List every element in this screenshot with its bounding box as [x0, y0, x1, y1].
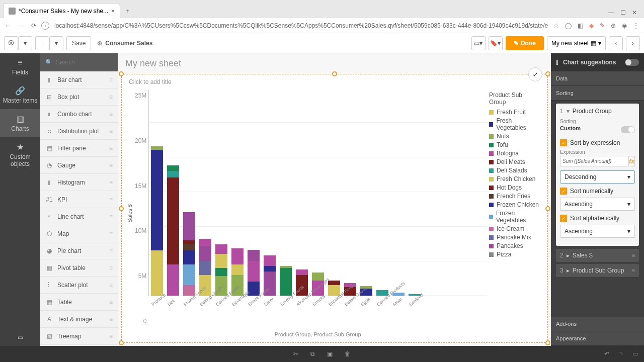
profile-icon[interactable]: ◉: [622, 22, 627, 29]
resize-handle[interactable]: [545, 71, 550, 76]
device-preview-button[interactable]: ▭▾: [471, 36, 486, 50]
legend-item[interactable]: Frozen Chicken: [489, 201, 540, 208]
star-icon[interactable]: ☆: [553, 22, 559, 29]
selections-caret[interactable]: ▾: [49, 36, 63, 50]
sort-alphabetically-row[interactable]: ✓Sort alphabetically: [560, 215, 635, 222]
done-button[interactable]: ✎ Done: [506, 36, 544, 50]
menu-icon[interactable]: ⋮: [633, 22, 639, 29]
asset-item[interactable]: ⠇Scatter plot≡: [40, 277, 118, 294]
resize-handle[interactable]: [119, 71, 124, 76]
legend-item[interactable]: Frozen Vegetables: [489, 210, 540, 224]
paste-icon[interactable]: ▣: [327, 350, 333, 357]
section-sorting[interactable]: Sorting: [551, 86, 644, 101]
bar[interactable]: [280, 266, 292, 296]
minimize-icon[interactable]: —: [608, 9, 614, 16]
section-addons[interactable]: Add-ons: [551, 317, 644, 331]
ext2-icon[interactable]: ◧: [578, 22, 583, 29]
rail-fields[interactable]: ≡Fields: [0, 53, 40, 81]
asset-item[interactable]: ⫾Combo chart≡: [40, 106, 118, 123]
grip-icon[interactable]: ≡: [109, 333, 113, 340]
asset-item[interactable]: ⫿Bar chart≡: [40, 71, 118, 88]
close-tab-icon[interactable]: ×: [111, 8, 115, 15]
ext3-icon[interactable]: ◆: [589, 22, 594, 29]
rail-custom-objects[interactable]: ★Custom objects: [0, 137, 40, 172]
legend-item[interactable]: Ice Cream: [489, 225, 540, 232]
browser-tab[interactable]: *Consumer Sales - My new she... ×: [3, 3, 120, 18]
grip-icon[interactable]: ≡: [109, 128, 113, 135]
grip-icon[interactable]: ≡: [109, 179, 113, 186]
maximize-icon[interactable]: ☐: [620, 9, 626, 16]
grip-icon[interactable]: ≡: [109, 213, 113, 220]
asset-item[interactable]: ⫿Histogram≡: [40, 174, 118, 191]
sort-row-sales[interactable]: 2 ▸ Sales $ ≡: [556, 249, 639, 262]
grip-icon[interactable]: ≡: [109, 76, 113, 83]
resize-handle[interactable]: [332, 71, 337, 76]
chart-title-placeholder[interactable]: Click to add title: [122, 74, 547, 89]
sort-row-header[interactable]: 1 ▾ Product Group: [560, 108, 635, 115]
asset-item[interactable]: AText & image≡: [40, 311, 118, 328]
grip-icon[interactable]: ≡: [109, 247, 113, 254]
expression-field[interactable]: [560, 156, 629, 166]
ext1-icon[interactable]: ◯: [565, 22, 572, 29]
asset-item[interactable]: ▤Filter pane≡: [40, 140, 118, 157]
asset-item[interactable]: ◔Gauge≡: [40, 157, 118, 174]
grip-icon[interactable]: ≡: [109, 316, 113, 323]
delete-icon[interactable]: 🗑: [345, 350, 351, 357]
sort-row-subgroup[interactable]: 3 ▸ Product Sub Group ≡: [556, 264, 639, 277]
asset-item[interactable]: ⊟Box plot≡: [40, 88, 118, 106]
custom-sort-toggle[interactable]: [621, 126, 635, 133]
section-appearance[interactable]: Appearance: [551, 331, 644, 346]
asset-item[interactable]: ◕Pie chart≡: [40, 242, 118, 259]
undo-icon[interactable]: ↶: [604, 350, 609, 357]
expression-input[interactable]: fx: [560, 156, 635, 166]
asset-item[interactable]: ▦Table≡: [40, 294, 118, 311]
legend-item[interactable]: Hot Dogs: [489, 184, 540, 191]
rail-master-items[interactable]: 🔗Master items: [0, 81, 40, 109]
global-menu-button[interactable]: ⦿: [4, 36, 18, 50]
section-data[interactable]: Data: [551, 71, 644, 86]
suggestions-toggle[interactable]: [625, 59, 639, 66]
grip-icon[interactable]: ≡: [109, 299, 113, 306]
bar[interactable]: [167, 165, 179, 296]
save-button[interactable]: Save: [66, 36, 91, 50]
grip-icon[interactable]: ≡: [109, 94, 113, 101]
grip-icon[interactable]: ≡: [631, 252, 635, 259]
order-dropdown-2[interactable]: Ascending▾: [560, 198, 635, 211]
grip-icon[interactable]: ≡: [109, 145, 113, 152]
next-sheet-button[interactable]: ›: [626, 36, 640, 50]
bar[interactable]: [151, 146, 163, 296]
asset-item[interactable]: ▧Treemap≡: [40, 328, 118, 345]
back-icon[interactable]: ←: [5, 22, 11, 29]
global-menu-caret[interactable]: ▾: [18, 36, 32, 50]
site-info-icon[interactable]: i: [41, 22, 49, 30]
url-text[interactable]: localhost:4848/sense/app/C%3A%5CUsers%5C…: [54, 22, 548, 29]
new-tab-button[interactable]: +: [120, 4, 135, 18]
asset-item[interactable]: 〃Line chart≡: [40, 208, 118, 225]
asset-search[interactable]: 🔍: [40, 53, 118, 71]
legend-item[interactable]: Nuts: [489, 133, 540, 140]
legend-item[interactable]: French Fries: [489, 193, 540, 200]
selections-button[interactable]: ≣: [35, 36, 49, 50]
asset-item[interactable]: ⬡Map≡: [40, 225, 118, 242]
grip-icon[interactable]: ≡: [109, 230, 113, 237]
legend-item[interactable]: Pancakes: [489, 242, 540, 249]
asset-item[interactable]: ▦Pivot table≡: [40, 259, 118, 277]
rail-charts[interactable]: ▥Charts: [0, 109, 40, 137]
sort-numerically-row[interactable]: ✓Sort numerically: [560, 188, 635, 195]
legend-item[interactable]: Fresh Chicken: [489, 175, 540, 183]
prev-sheet-button[interactable]: ‹: [609, 36, 623, 50]
copy-icon[interactable]: ⧉: [310, 350, 315, 357]
grip-icon[interactable]: ≡: [109, 264, 113, 272]
chart-object[interactable]: ⤢ Click to add title Sales $ 25M20M15M10…: [121, 74, 548, 343]
legend-item[interactable]: Deli Salads: [489, 167, 540, 174]
legend-item[interactable]: Fresh Vegetables: [489, 117, 540, 131]
bar[interactable]: [248, 250, 260, 296]
legend-item[interactable]: Pancake Mix: [489, 234, 540, 241]
ext4-icon[interactable]: ✎: [600, 22, 605, 29]
sheet-title[interactable]: My new sheet: [118, 53, 551, 74]
bookmark-button[interactable]: 🔖▾: [489, 36, 503, 50]
sort-by-expression-row[interactable]: ✓Sort by expression: [560, 139, 635, 146]
asset-item[interactable]: ⠶Distribution plot≡: [40, 123, 118, 140]
bar[interactable]: [183, 212, 195, 296]
legend-item[interactable]: Fresh Fruit: [489, 109, 540, 116]
